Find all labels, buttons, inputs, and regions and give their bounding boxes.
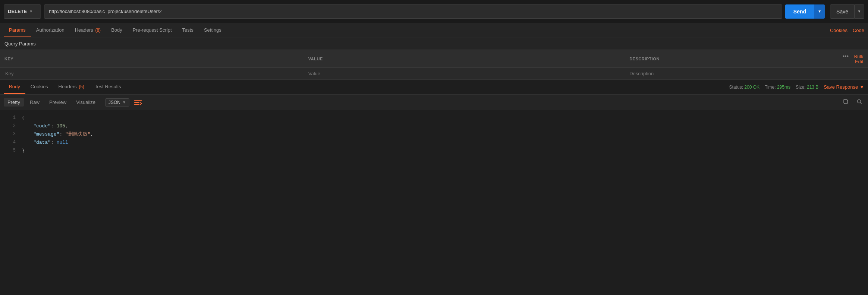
wrap-icon[interactable]	[134, 99, 142, 106]
tab-params[interactable]: Params	[4, 23, 31, 37]
main-layout: Params Authorization Headers (8) Body Pr…	[0, 23, 868, 295]
resp-tab-body[interactable]: Body	[4, 80, 25, 94]
copy-button[interactable]	[841, 98, 851, 107]
search-button[interactable]	[855, 98, 864, 107]
response-section: Body Cookies Headers (5) Test Results St…	[0, 80, 868, 295]
params-key-cell[interactable]: Key	[0, 68, 304, 80]
line-number: 1	[4, 114, 16, 121]
svg-line-6	[861, 102, 862, 104]
view-tab-raw[interactable]: Raw	[26, 98, 43, 107]
send-button-group: Send ▼	[785, 4, 825, 19]
save-dropdown-icon: ▼	[858, 9, 861, 13]
request-tabs: Params Authorization Headers (8) Body Pr…	[0, 23, 868, 38]
svg-rect-1	[134, 102, 139, 103]
time-indicator: Time: 295ms	[765, 85, 790, 90]
params-desc-cell[interactable]: Description	[625, 68, 833, 80]
json-key-code: "code"	[22, 122, 51, 130]
json-toolbar: Pretty Raw Preview Visualize JSON ▼	[0, 95, 868, 110]
params-value-cell[interactable]: Value	[304, 68, 625, 80]
resp-tab-cookies[interactable]: Cookies	[25, 80, 53, 94]
save-response-button[interactable]: Save Response ▼	[824, 84, 864, 90]
json-line-1: 1 {	[0, 114, 868, 122]
col-header-description: DESCRIPTION	[625, 50, 833, 68]
col-header-value: VALUE	[304, 50, 625, 68]
format-label: JSON	[108, 100, 120, 105]
col-header-key: KEY	[0, 50, 304, 68]
json-brace-open: {	[22, 114, 25, 122]
bulk-edit-button[interactable]: Bulk Edit	[854, 54, 864, 64]
size-value: 213 B	[807, 85, 818, 90]
status-value: 200 OK	[744, 85, 760, 90]
save-dropdown-button[interactable]: ▼	[855, 4, 864, 19]
status-indicator: Status: 200 OK	[729, 85, 760, 90]
json-value-code: 105	[57, 122, 65, 130]
json-line-2: 2 "code" : 105 ,	[0, 122, 868, 130]
format-chevron-icon: ▼	[122, 100, 126, 104]
method-chevron-icon: ▼	[29, 9, 33, 13]
method-selector[interactable]: DELETE ▼	[4, 4, 41, 19]
send-dropdown-icon: ▼	[818, 9, 821, 13]
tab-settings[interactable]: Settings	[199, 23, 227, 37]
top-bar: DELETE ▼ Send ▼ Save ▼	[0, 0, 868, 23]
tab-tests[interactable]: Tests	[177, 23, 199, 37]
tab-body[interactable]: Body	[106, 23, 128, 37]
query-params-title: Query Params	[4, 41, 36, 47]
resp-headers-badge: (5)	[79, 84, 84, 89]
json-line-4: 4 "data" : null	[0, 139, 868, 147]
resp-tab-headers[interactable]: Headers (5)	[53, 80, 89, 94]
save-response-chevron-icon: ▼	[859, 84, 864, 90]
svg-rect-2	[134, 104, 139, 105]
time-value: 295ms	[777, 85, 790, 90]
top-section: Params Authorization Headers (8) Body Pr…	[0, 23, 868, 80]
col-header-actions: ••• Bulk Edit	[833, 50, 868, 68]
params-table: KEY VALUE DESCRIPTION ••• Bulk Edit	[0, 50, 868, 80]
tab-prerequest[interactable]: Pre-request Script	[128, 23, 177, 37]
more-icon[interactable]: •••	[843, 53, 849, 59]
json-line-5: 5 }	[0, 147, 868, 155]
line-number: 2	[4, 122, 16, 130]
json-value-message: "删除失败"	[65, 130, 91, 139]
params-table-header-row: KEY VALUE DESCRIPTION ••• Bulk Edit	[0, 50, 868, 68]
headers-badge: (8)	[95, 28, 101, 33]
save-button-group: Save ▼	[830, 4, 864, 19]
size-indicator: Size: 213 B	[796, 85, 818, 90]
send-button[interactable]: Send	[785, 4, 814, 19]
code-link[interactable]: Code	[853, 28, 864, 33]
params-actions-cell	[833, 68, 868, 80]
json-response-content: 1 { 2 "code" : 105 , 3 "message" : "删除失败…	[0, 110, 868, 295]
svg-rect-4	[844, 99, 847, 103]
view-tab-pretty[interactable]: Pretty	[4, 98, 24, 107]
json-key-data: "data"	[22, 139, 51, 147]
send-dropdown-button[interactable]: ▼	[814, 4, 825, 19]
tabs-top-right: Cookies Code	[830, 28, 864, 33]
svg-rect-0	[134, 100, 142, 101]
resp-tab-test-results[interactable]: Test Results	[89, 80, 126, 94]
view-tab-preview[interactable]: Preview	[45, 98, 70, 107]
line-number: 4	[4, 139, 16, 146]
json-line-3: 3 "message" : "删除失败" ,	[0, 130, 868, 139]
method-label: DELETE	[8, 9, 27, 14]
response-tabs-bar: Body Cookies Headers (5) Test Results St…	[0, 80, 868, 95]
url-input[interactable]	[44, 4, 782, 19]
save-button[interactable]: Save	[830, 4, 855, 19]
view-tab-visualize[interactable]: Visualize	[72, 98, 99, 107]
query-params-section: Query Params	[0, 38, 868, 50]
tab-authorization[interactable]: Authorization	[31, 23, 70, 37]
line-number: 3	[4, 130, 16, 138]
json-value-data: null	[57, 139, 68, 147]
response-status-area: Status: 200 OK Time: 295ms Size: 213 B S…	[729, 84, 864, 90]
line-number: 5	[4, 147, 16, 154]
format-selector[interactable]: JSON ▼	[105, 98, 129, 107]
json-brace-close: }	[22, 147, 25, 155]
json-toolbar-right	[841, 98, 864, 107]
json-key-message: "message"	[22, 130, 59, 139]
cookies-link[interactable]: Cookies	[830, 28, 847, 33]
params-placeholder-row: Key Value Description	[0, 68, 868, 80]
tab-headers[interactable]: Headers (8)	[70, 23, 106, 37]
